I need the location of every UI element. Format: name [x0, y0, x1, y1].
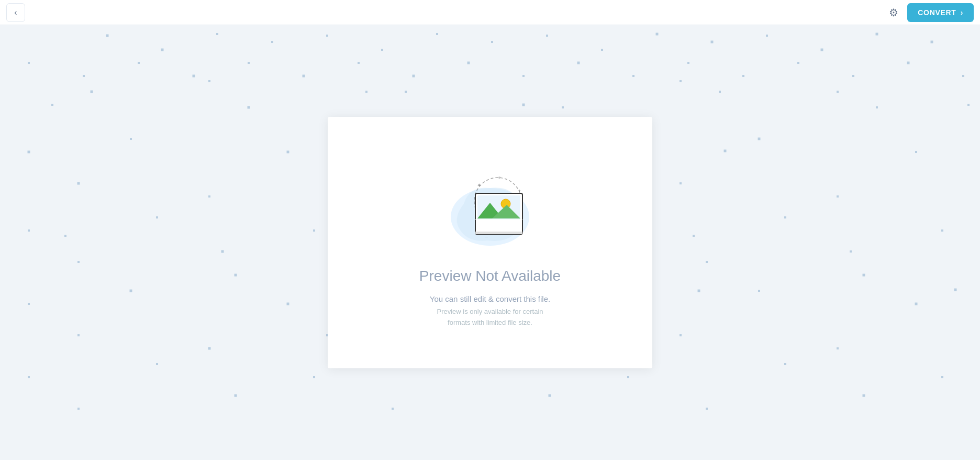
svg-text:✦: ✦	[477, 182, 481, 188]
settings-button[interactable]: ⚙	[884, 3, 903, 22]
svg-text:—: —	[485, 235, 488, 238]
gear-icon: ⚙	[889, 6, 898, 19]
convert-label: CONVERT	[918, 8, 956, 17]
svg-point-8	[498, 177, 500, 179]
svg-text:✦: ✦	[518, 189, 521, 193]
preview-subtitle: You can still edit & convert this file.	[430, 293, 550, 305]
svg-rect-14	[475, 232, 522, 234]
back-button[interactable]: ‹	[6, 3, 25, 22]
preview-title: Preview Not Available	[419, 268, 561, 284]
header-actions: ⚙ CONVERT ›	[884, 3, 974, 22]
header: ‹ ⚙ CONVERT ›	[0, 0, 980, 25]
back-icon: ‹	[14, 8, 17, 17]
preview-card: ✦ ✦ ✦ —	[328, 117, 652, 368]
convert-chevron-icon: ›	[961, 8, 963, 17]
convert-button[interactable]: CONVERT ›	[907, 3, 974, 22]
preview-note: Preview is only available for certain fo…	[437, 306, 543, 328]
main-content: ✦ ✦ ✦ —	[0, 25, 980, 460]
preview-illustration: ✦ ✦ ✦ —	[438, 157, 542, 251]
